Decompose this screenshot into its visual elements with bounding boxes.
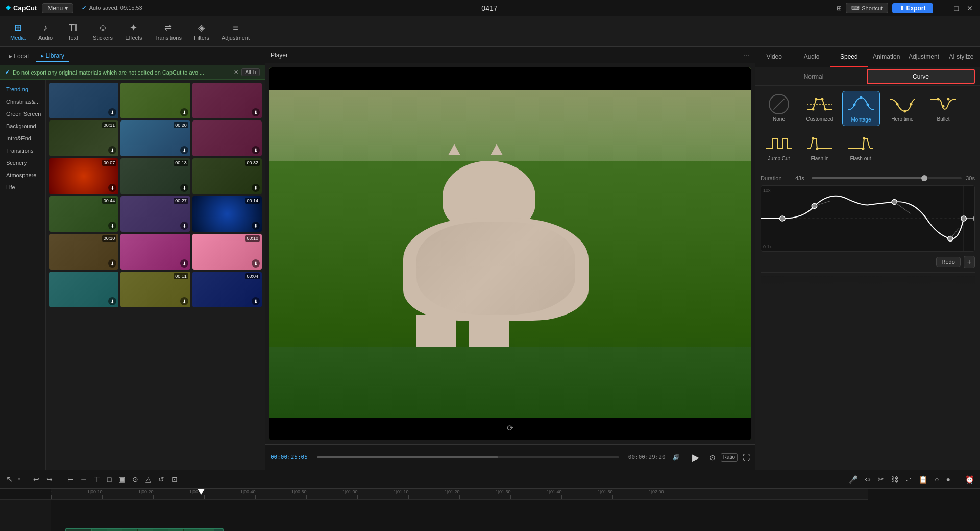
sidebar-item-scenery[interactable]: Scenery bbox=[2, 157, 43, 168]
audio-icon-small[interactable]: 🔊 bbox=[673, 454, 680, 461]
redo-button[interactable]: Redo bbox=[936, 257, 961, 267]
media-item[interactable]: 00:14 ⬇ bbox=[192, 196, 262, 232]
toolbar-audio[interactable]: ♪ Audio bbox=[33, 20, 58, 43]
preset-jump-cut[interactable]: Jump Cut bbox=[761, 130, 797, 164]
crop-tool[interactable]: ▣ bbox=[116, 474, 127, 485]
notification-close[interactable]: ✕ bbox=[234, 69, 238, 76]
redo-button-tl[interactable]: ↪ bbox=[44, 474, 55, 485]
download-icon[interactable]: ⬇ bbox=[252, 222, 260, 230]
media-item[interactable]: 00:11 ⬇ bbox=[120, 272, 190, 307]
duration-slider[interactable] bbox=[812, 177, 962, 179]
display-mode-button[interactable]: ⊞ bbox=[837, 5, 842, 12]
media-item[interactable]: ⬇ bbox=[192, 120, 262, 156]
media-item[interactable]: 00:44 ⬇ bbox=[49, 196, 118, 232]
preset-none[interactable]: None bbox=[761, 91, 797, 126]
flip-tool[interactable]: ↺ bbox=[156, 474, 166, 485]
ratio-button[interactable]: Ratio bbox=[721, 453, 738, 462]
tab-adjustment[interactable]: Adjustment bbox=[905, 47, 942, 67]
download-icon[interactable]: ⬇ bbox=[108, 222, 116, 230]
media-item[interactable]: 00:07 ⬇ bbox=[49, 158, 118, 194]
clock-tool[interactable]: ⏰ bbox=[963, 474, 976, 485]
download-icon[interactable]: ⬇ bbox=[108, 297, 116, 305]
toolbar-transitions[interactable]: ⇌ Transitions bbox=[150, 20, 187, 43]
media-item[interactable]: ⬇ bbox=[120, 83, 190, 118]
menu-button[interactable]: Menu ▾ bbox=[42, 3, 74, 13]
slider-thumb[interactable] bbox=[921, 175, 927, 181]
add-point-button[interactable]: + bbox=[964, 256, 975, 268]
toolbar-filters[interactable]: ◈ Filters bbox=[189, 20, 214, 43]
download-icon[interactable]: ⬇ bbox=[252, 297, 260, 305]
transition-tool[interactable]: ⇌ bbox=[903, 474, 914, 485]
timeline-content[interactable]: 1|00:00 1|00:10 1|00:20 1|00:30 1|00:40 … bbox=[51, 489, 980, 531]
fullscreen-icon[interactable]: ⛶ bbox=[743, 453, 750, 462]
media-item[interactable]: 00:32 ⬇ bbox=[192, 158, 262, 194]
media-item[interactable]: 00:10 ⬇ bbox=[49, 234, 118, 270]
mute-tool[interactable]: ○ bbox=[933, 474, 941, 485]
preset-customized[interactable]: Customized bbox=[801, 91, 838, 126]
download-icon[interactable]: ⬇ bbox=[252, 184, 260, 192]
download-icon[interactable]: ⬇ bbox=[108, 108, 116, 116]
delete-tool[interactable]: □ bbox=[105, 474, 113, 485]
more-options-icon[interactable]: ⋯ bbox=[744, 52, 750, 59]
sidebar-item-background[interactable]: Background bbox=[2, 120, 43, 132]
preset-flash-in[interactable]: Flash in bbox=[801, 130, 838, 164]
download-icon[interactable]: ⬇ bbox=[108, 259, 116, 268]
toolbar-text[interactable]: TI Text bbox=[60, 20, 86, 43]
sidebar-item-atmosphere[interactable]: Atmosphere bbox=[2, 170, 43, 181]
sidebar-item-life[interactable]: Life bbox=[2, 182, 43, 193]
download-icon[interactable]: ⬇ bbox=[108, 146, 116, 154]
download-icon[interactable]: ⬇ bbox=[180, 184, 188, 192]
download-icon[interactable]: ⬇ bbox=[108, 184, 116, 192]
media-item[interactable]: 00:27 ⬇ bbox=[120, 196, 190, 232]
export-button[interactable]: ⬆ Export bbox=[892, 3, 933, 13]
download-icon[interactable]: ⬇ bbox=[180, 108, 188, 116]
media-item[interactable]: 00:04 ⬇ bbox=[192, 272, 262, 307]
mask-tool[interactable]: ⊡ bbox=[169, 474, 180, 485]
undo-button[interactable]: ↩ bbox=[31, 474, 41, 485]
rotate-handle[interactable]: ⟳ bbox=[507, 423, 513, 433]
cursor-tool[interactable]: ↖ bbox=[4, 473, 15, 486]
download-icon[interactable]: ⬇ bbox=[180, 297, 188, 305]
maximize-button[interactable]: □ bbox=[952, 4, 961, 12]
close-button[interactable]: ✕ bbox=[965, 4, 975, 12]
trim-right-tool[interactable]: ⊤ bbox=[92, 474, 102, 485]
toolbar-stickers[interactable]: ☺ Stickers bbox=[88, 20, 118, 43]
mic-tool[interactable]: 🎤 bbox=[847, 474, 860, 485]
library-tab[interactable]: ▸ Library bbox=[36, 50, 69, 62]
sidebar-item-trending[interactable]: Trending bbox=[2, 84, 43, 95]
freeze-tool[interactable]: ✂ bbox=[876, 474, 886, 485]
local-tab[interactable]: ▸ Local bbox=[4, 51, 34, 62]
copy-tool[interactable]: 📋 bbox=[917, 474, 929, 485]
trim-left-tool[interactable]: ⊣ bbox=[79, 474, 89, 485]
speed-tab-normal[interactable]: Normal bbox=[761, 70, 867, 83]
media-item[interactable]: ⬇ bbox=[120, 234, 190, 270]
download-icon[interactable]: ⬇ bbox=[252, 108, 260, 116]
video-track[interactable]: 📷 Cover bbox=[65, 528, 224, 531]
color-tool[interactable]: △ bbox=[143, 474, 153, 485]
preset-montage[interactable]: Montage bbox=[842, 91, 880, 126]
volume-tool[interactable]: ● bbox=[944, 474, 952, 485]
download-icon[interactable]: ⬇ bbox=[180, 146, 188, 154]
media-item[interactable]: 00:13 ⬇ bbox=[120, 158, 190, 194]
media-item[interactable]: ⬇ bbox=[49, 272, 118, 307]
link-tool[interactable]: ⛓ bbox=[889, 474, 900, 485]
all-tab[interactable]: All Ti bbox=[241, 68, 260, 76]
download-icon[interactable]: ⬇ bbox=[252, 146, 260, 154]
tab-ai-stylize[interactable]: AI stylize bbox=[943, 47, 980, 67]
split-tool[interactable]: ⊢ bbox=[65, 474, 76, 485]
download-icon[interactable]: ⬇ bbox=[180, 222, 188, 230]
toolbar-media[interactable]: ⊞ Media bbox=[5, 20, 31, 43]
media-item[interactable]: ⬇ bbox=[192, 83, 262, 118]
preset-hero-time[interactable]: Hero time bbox=[884, 91, 921, 126]
sidebar-item-transitions[interactable]: Transitions bbox=[2, 145, 43, 156]
split-audio-tool[interactable]: ⇔ bbox=[863, 474, 873, 485]
tab-speed[interactable]: Speed bbox=[830, 47, 868, 67]
fullscreen-alt-icon[interactable]: ⊙ bbox=[709, 453, 716, 462]
sidebar-item-christmas[interactable]: Christmas&... bbox=[2, 96, 43, 107]
speed-tab-curve[interactable]: Curve bbox=[867, 69, 975, 84]
media-item[interactable]: 00:10 ⬇ bbox=[192, 234, 262, 270]
download-icon[interactable]: ⬇ bbox=[180, 259, 188, 268]
shortcut-button[interactable]: ⌨ Shortcut bbox=[846, 3, 888, 13]
sidebar-item-greenscreen[interactable]: Green Screen bbox=[2, 108, 43, 119]
tab-audio[interactable]: Audio bbox=[793, 47, 830, 67]
